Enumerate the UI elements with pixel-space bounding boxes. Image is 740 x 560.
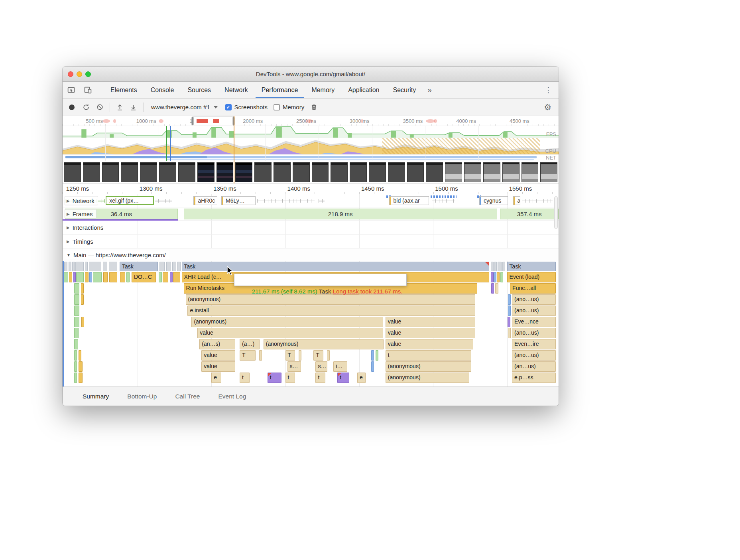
flame-bar[interactable] xyxy=(159,262,165,271)
flame-bar[interactable] xyxy=(109,262,117,271)
network-track-toggle[interactable]: ▶ Network xyxy=(65,196,98,205)
filmstrip-thumbnail[interactable] xyxy=(83,162,100,182)
filmstrip-thumbnail[interactable] xyxy=(159,162,176,182)
flame-bar-value[interactable]: value xyxy=(386,317,475,327)
memory-checkbox[interactable]: Memory xyxy=(274,104,304,110)
flame-bar-i[interactable]: i… xyxy=(333,361,347,372)
flame-bar[interactable] xyxy=(172,262,176,271)
flame-bar-t[interactable]: t xyxy=(268,373,281,383)
settings-button[interactable]: ⚙ xyxy=(544,103,554,112)
filmstrip-thumbnail[interactable] xyxy=(388,162,405,182)
flame-bar-ano-us[interactable]: (ano…us) xyxy=(512,350,555,361)
flame-bar[interactable] xyxy=(498,262,502,271)
filmstrip-thumbnail[interactable] xyxy=(522,162,539,182)
flame-bar-value[interactable]: value xyxy=(386,339,473,349)
flame-bar-an-us[interactable]: (an…us) xyxy=(512,361,555,372)
customize-menu-icon[interactable]: ⋮ xyxy=(538,82,559,98)
flame-bar[interactable] xyxy=(491,262,494,271)
filmstrip-thumbnail[interactable] xyxy=(140,162,157,182)
fullscreen-button[interactable] xyxy=(85,71,91,77)
flame-bar[interactable] xyxy=(81,317,84,327)
bottom-tab-summary[interactable]: Summary xyxy=(83,393,109,400)
flame-bar-ano-us[interactable]: (ano…us) xyxy=(512,306,555,316)
flame-bar-anonymous[interactable]: (anonymous) xyxy=(386,373,469,383)
filmstrip-thumbnail[interactable] xyxy=(254,162,272,182)
filmstrip-thumbnail[interactable] xyxy=(407,162,424,182)
filmstrip-thumbnail[interactable] xyxy=(216,162,234,182)
flame-bar[interactable] xyxy=(89,272,92,282)
flame-bar[interactable] xyxy=(120,272,125,282)
selection-handle-left[interactable] xyxy=(191,117,193,125)
tab-memory[interactable]: Memory xyxy=(305,82,341,98)
inspect-element-button[interactable] xyxy=(63,82,79,98)
flame-bar[interactable] xyxy=(103,262,107,271)
tab-performance[interactable]: Performance xyxy=(255,82,305,98)
flame-bar-t[interactable]: t xyxy=(240,373,250,383)
flame-bar-anonymous[interactable]: (anonymous) xyxy=(386,361,471,372)
flame-bar[interactable] xyxy=(75,262,84,271)
flame-bar[interactable] xyxy=(74,294,80,305)
flame-bar[interactable] xyxy=(371,361,374,372)
network-request[interactable]: cygnus xyxy=(479,196,508,205)
screenshots-checkbox[interactable]: ✓ Screenshots xyxy=(225,104,268,110)
load-profile-button[interactable] xyxy=(116,103,124,111)
flame-bar[interactable] xyxy=(491,272,494,282)
flame-bar[interactable] xyxy=(81,283,84,294)
flame-bar-func-all[interactable]: Func…all xyxy=(510,283,555,294)
flame-bar[interactable] xyxy=(69,272,72,282)
flame-bar-e[interactable]: e xyxy=(211,373,221,383)
filmstrip-thumbnail[interactable] xyxy=(197,162,215,182)
flame-bar[interactable] xyxy=(173,272,180,282)
flame-bar-t[interactable]: t xyxy=(315,373,325,383)
flame-bar[interactable] xyxy=(72,262,75,271)
flame-bar[interactable] xyxy=(109,272,117,282)
tab-elements[interactable]: Elements xyxy=(104,82,144,98)
flame-bar[interactable] xyxy=(76,272,84,282)
device-toolbar-button[interactable] xyxy=(79,82,96,98)
flame-bar-value[interactable]: value xyxy=(201,350,235,361)
flame-bar-t[interactable]: T xyxy=(285,350,295,361)
flame-bar[interactable] xyxy=(74,339,78,349)
flame-bar[interactable] xyxy=(103,272,108,282)
flame-bar-t[interactable]: t xyxy=(285,373,295,383)
record-button[interactable] xyxy=(69,105,75,110)
flame-bar-even-ire[interactable]: Even…ire xyxy=(512,339,555,349)
interactions-track-toggle[interactable]: ▶ Interactions xyxy=(65,223,107,232)
flame-bar-task[interactable]: Task xyxy=(120,262,158,271)
flame-bar-event-load[interactable]: Event (load) xyxy=(507,272,556,282)
filmstrip-thumbnail[interactable] xyxy=(331,162,348,182)
flame-bar[interactable] xyxy=(79,350,81,361)
flame-bar-ano-us[interactable]: (ano…us) xyxy=(512,328,555,338)
flame-bar[interactable] xyxy=(73,272,76,282)
bottom-tab-event-log[interactable]: Event Log xyxy=(218,393,246,400)
network-request[interactable]: bid (aax.ar xyxy=(389,196,429,205)
flame-bar-t[interactable]: T xyxy=(240,350,256,361)
filmstrip-thumbnail[interactable] xyxy=(369,162,386,182)
flame-bar-s[interactable]: s… xyxy=(287,361,301,372)
filmstrip-thumbnail[interactable] xyxy=(312,162,329,182)
flame-bar[interactable] xyxy=(495,283,499,294)
flame-bar[interactable] xyxy=(63,272,68,282)
flame-bar-ano-us[interactable]: (ano…us) xyxy=(512,294,555,305)
tab-application[interactable]: Application xyxy=(341,82,386,98)
minimize-button[interactable] xyxy=(77,71,82,77)
flame-bar[interactable] xyxy=(259,350,262,361)
flame-bar[interactable] xyxy=(69,262,71,271)
bottom-tab-call-tree[interactable]: Call Tree xyxy=(175,393,200,400)
flame-bar-an-s[interactable]: (an…s) xyxy=(199,339,235,349)
filmstrip-thumbnail[interactable] xyxy=(274,162,291,182)
flame-bar[interactable] xyxy=(159,272,161,282)
filmstrip-thumbnail[interactable] xyxy=(121,162,138,182)
bottom-tab-bottom-up[interactable]: Bottom-Up xyxy=(127,393,157,400)
flame-bar[interactable] xyxy=(74,350,77,361)
save-profile-button[interactable] xyxy=(130,103,137,111)
flame-bar-eve-nce[interactable]: Eve…nce xyxy=(512,317,555,327)
frame-block[interactable]: 357.4 ms xyxy=(500,209,559,219)
flame-bar-e-p-ss[interactable]: e.p…ss xyxy=(512,373,555,383)
filmstrip-thumbnail[interactable] xyxy=(426,162,443,182)
long-task-link[interactable]: Long task xyxy=(333,288,359,295)
flame-bar[interactable] xyxy=(491,283,494,294)
flame-bar[interactable] xyxy=(64,262,68,271)
flame-bar-value[interactable]: value xyxy=(197,328,383,338)
timeline-overview[interactable]: 500 ms1000 ms1500 ms2000 ms2500 ms3000 m… xyxy=(63,116,559,183)
